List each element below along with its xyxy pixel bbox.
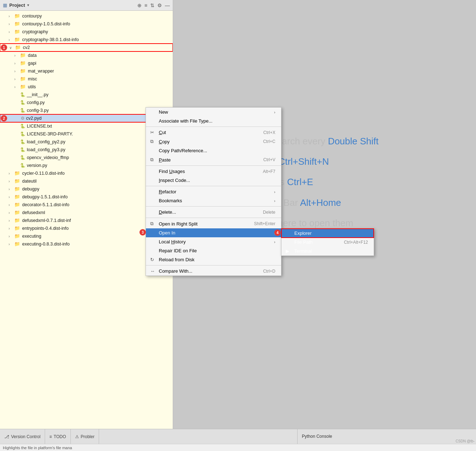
tree-item[interactable]: 🐍 config.py — [0, 99, 173, 106]
submenu-item-label: Terminal — [294, 248, 368, 254]
pyd-icon: ⚙ — [21, 116, 25, 121]
item-label: data — [28, 53, 36, 58]
panel-dropdown-icon[interactable]: ▾ — [27, 3, 29, 8]
expand-icon[interactable]: ≡ — [144, 3, 147, 8]
item-label: defusedxml-0.7.1.dist-inf — [22, 218, 71, 223]
menu-item-copy-path[interactable]: Copy Path/Reference... — [146, 146, 281, 155]
badge-3: 3 — [139, 229, 146, 236]
py-icon: 🐍 — [20, 139, 25, 144]
menu-item-copy[interactable]: ⧉ Copy Ctrl+C — [146, 137, 281, 146]
menu-item-refactor[interactable]: Refactor › — [146, 187, 281, 196]
menu-item-label: Cut — [159, 130, 257, 135]
py-icon: 🐍 — [20, 132, 25, 137]
minimize-icon[interactable]: — — [165, 3, 170, 8]
item-label: mat_wrapper — [28, 69, 54, 74]
tree-item[interactable]: › 📁 contourpy-1.0.5.dist-info — [0, 20, 173, 28]
item-label: gapi — [28, 61, 36, 66]
item-label: LICENSE-3RD-PARTY. — [27, 132, 73, 137]
tree-arrow: › — [14, 77, 20, 81]
menu-item-label: Inspect Code... — [159, 178, 275, 183]
shortcut: Ctrl+V — [263, 157, 275, 162]
menu-item-bookmarks[interactable]: Bookmarks › — [146, 196, 281, 205]
locate-icon[interactable]: ⊕ — [137, 3, 142, 8]
separator — [146, 218, 281, 218]
menu-item-paste[interactable]: ⧉ Paste Ctrl+V — [146, 155, 281, 164]
settings-icon[interactable]: ⚙ — [157, 3, 162, 8]
item-label: LICENSE.txt — [27, 124, 52, 129]
menu-item-inspect[interactable]: Inspect Code... — [146, 176, 281, 185]
tab-todo[interactable]: ≡ TODO — [45, 429, 70, 444]
tree-arrow: › — [9, 38, 14, 42]
version-control-icon: ⎇ — [4, 434, 9, 439]
menu-item-compare[interactable]: ↔ Compare With... Ctrl+D — [146, 267, 281, 276]
tree-item[interactable]: › 📁 contourpy — [0, 12, 173, 20]
hint-line3-blue: Ctrl+E — [287, 177, 313, 187]
todo-icon: ≡ — [49, 434, 52, 439]
menu-item-open-right-split[interactable]: ⧉ Open in Right Split Shift+Enter — [146, 219, 281, 228]
tree-item[interactable]: 🐍 __init__.py — [0, 91, 173, 99]
py-icon: 🐍 — [20, 100, 25, 105]
separator — [146, 265, 281, 266]
hint-lines: Search every Double Shift e Ctrl+Shift+N… — [270, 131, 378, 233]
menu-item-local-history[interactable]: Local History › — [146, 237, 281, 246]
menu-item-label: New — [159, 109, 271, 115]
tree-item[interactable]: › 📁 gapi — [0, 59, 173, 67]
submenu-item-explorer[interactable]: Explorer — [281, 229, 374, 238]
watermark: CSDN @tb- — [456, 439, 475, 443]
menu-item-label: Refactor — [159, 189, 271, 194]
folder-icon: 📁 — [14, 241, 21, 247]
menu-item-find-usages[interactable]: Find Usages Alt+F7 — [146, 167, 281, 176]
menu-item-reload-disk[interactable]: ↻ Reload from Disk — [146, 255, 281, 264]
python-console-tab[interactable]: Python Console — [297, 429, 476, 444]
tab-version-control[interactable]: ⎇ Version Control — [0, 429, 45, 444]
folder-icon: 📁 — [14, 194, 21, 200]
cut-icon: ✂ — [150, 130, 157, 135]
menu-item-repair-ide[interactable]: Repair IDE on File — [146, 246, 281, 255]
menu-item-open-in[interactable]: 3 Open In › 4 Explorer File Path Ctrl+Al… — [146, 228, 281, 237]
item-label: debugpy — [22, 187, 39, 192]
hint-content: Search every Double Shift e Ctrl+Shift+N… — [270, 131, 378, 233]
compare-icon: ↔ — [150, 268, 157, 274]
tree-item[interactable]: › 📁 data — [0, 51, 173, 59]
item-label: opencv_videoio_ffmp — [27, 155, 69, 160]
panel-header-icons: ⊕ ≡ ⇅ ⚙ — — [137, 3, 170, 8]
hint-line2-blue: Ctrl+Shift+N — [278, 156, 329, 167]
py-icon: 🐍 — [20, 92, 25, 97]
folder-icon: 📁 — [14, 210, 21, 215]
folder-icon: 📁 — [20, 68, 26, 74]
shortcut: Delete — [263, 210, 275, 215]
tab-problems[interactable]: ⚠ Probler — [71, 429, 99, 444]
item-label: executing-0.8.3.dist-info — [22, 242, 70, 247]
menu-item-associate[interactable]: Associate with File Type... — [146, 117, 281, 125]
menu-item-label: Delete... — [159, 209, 257, 215]
folder-icon: 📁 — [20, 76, 26, 82]
tooltip-bar: Highlights the file in platform's file m… — [0, 444, 476, 451]
folder-icon: 📁 — [14, 29, 21, 35]
tree-item[interactable]: › 📁 utils — [0, 83, 173, 91]
open-in-submenu: 4 Explorer File Path Ctrl+Alt+F12 ▶ Term… — [281, 228, 374, 256]
menu-item-label: Copy Path/Reference... — [159, 148, 275, 153]
copy-icon: ⧉ — [150, 139, 157, 144]
tree-item[interactable]: › 📁 mat_wrapper — [0, 67, 173, 75]
menu-item-delete[interactable]: Delete... Delete — [146, 208, 281, 217]
menu-item-label: Compare With... — [159, 268, 257, 274]
collapse-icon[interactable]: ⇅ — [150, 3, 154, 8]
menu-item-new[interactable]: New › — [146, 108, 281, 117]
menu-item-cut[interactable]: ✂ Cut Ctrl+X — [146, 128, 281, 137]
tree-arrow: › — [14, 85, 20, 89]
status-text: Highlights the file in platform's file m… — [3, 446, 72, 450]
menu-item-label: Reload from Disk — [159, 257, 275, 262]
submenu-item-filepath[interactable]: File Path Ctrl+Alt+F12 — [281, 238, 374, 247]
py-icon: 🐍 — [20, 155, 25, 160]
arrow-icon: › — [274, 110, 275, 114]
menu-item-label: Bookmarks — [159, 198, 271, 203]
submenu-item-terminal[interactable]: ▶ Terminal — [281, 247, 374, 256]
tree-item[interactable]: › 📁 misc — [0, 75, 173, 83]
tree-item[interactable]: › 📁 cryptography-38.0.1.dist-info — [0, 36, 173, 44]
menu-item-label: Repair IDE on File — [159, 248, 275, 253]
tree-item[interactable]: › 📁 cryptography — [0, 28, 173, 36]
tree-item-cv2[interactable]: ∨ 📁 cv2 — [0, 44, 173, 51]
tree-arrow: › — [14, 69, 20, 73]
folder-icon: 📁 — [14, 186, 21, 192]
py-icon: 🐍 — [20, 124, 25, 129]
